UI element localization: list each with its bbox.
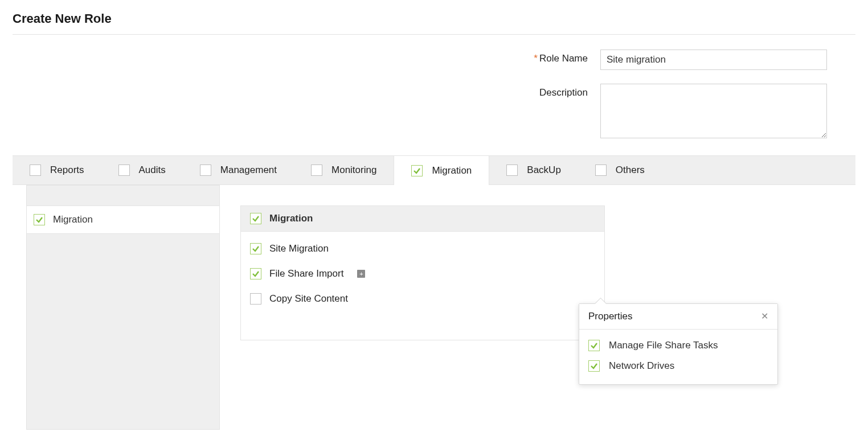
tab-label: Management bbox=[220, 164, 277, 176]
main-panel: Migration Site Migration File Share Impo… bbox=[220, 185, 855, 430]
tab-backup-checkbox[interactable] bbox=[506, 164, 518, 176]
tab-others[interactable]: Others bbox=[578, 156, 662, 184]
close-icon[interactable]: ✕ bbox=[761, 312, 768, 321]
role-name-label: *Role Name bbox=[534, 50, 600, 64]
permissions-group-checkbox[interactable] bbox=[250, 213, 261, 224]
tab-label: Others bbox=[616, 164, 645, 176]
role-name-input[interactable] bbox=[600, 50, 827, 70]
permissions-box: Migration Site Migration File Share Impo… bbox=[240, 205, 605, 340]
tabs-bar: Reports Audits Management Monitoring Mig… bbox=[13, 155, 855, 185]
popover-item-label: Manage File Share Tasks bbox=[609, 340, 718, 351]
tab-backup[interactable]: BackUp bbox=[489, 156, 578, 184]
sidebar-item-label: Migration bbox=[53, 214, 93, 225]
sidebar-item-checkbox[interactable] bbox=[34, 214, 45, 225]
popover-title: Properties bbox=[588, 311, 632, 322]
permission-label: File Share Import bbox=[269, 268, 343, 279]
tab-migration[interactable]: Migration bbox=[394, 156, 489, 185]
tab-others-checkbox[interactable] bbox=[595, 164, 607, 176]
permission-site-migration[interactable]: Site Migration bbox=[250, 236, 595, 261]
side-panel-header bbox=[27, 186, 219, 206]
popover-item-manage-file-share-tasks[interactable]: Manage File Share Tasks bbox=[588, 335, 768, 356]
tab-audits[interactable]: Audits bbox=[101, 156, 183, 184]
description-textarea[interactable] bbox=[600, 84, 827, 138]
tab-label: Audits bbox=[139, 164, 166, 176]
tab-label: Monitoring bbox=[331, 164, 376, 176]
tab-monitoring[interactable]: Monitoring bbox=[294, 156, 394, 184]
popover-item-label: Network Drives bbox=[609, 360, 674, 372]
permission-file-share-import[interactable]: File Share Import + bbox=[250, 261, 595, 286]
tab-label: BackUp bbox=[527, 164, 561, 176]
sidebar-item-migration[interactable]: Migration bbox=[27, 206, 219, 234]
properties-popover: Properties ✕ Manage File Share Tasks Net… bbox=[579, 303, 778, 385]
permissions-group-label: Migration bbox=[269, 213, 313, 224]
tab-management[interactable]: Management bbox=[183, 156, 294, 184]
popover-item-checkbox[interactable] bbox=[588, 340, 600, 351]
permission-checkbox[interactable] bbox=[250, 243, 261, 254]
side-panel: Migration bbox=[26, 185, 220, 430]
tab-management-checkbox[interactable] bbox=[200, 164, 211, 176]
divider bbox=[13, 34, 855, 35]
permission-copy-site-content[interactable]: Copy Site Content bbox=[250, 286, 595, 311]
tab-label: Reports bbox=[50, 164, 84, 176]
permissions-group-header[interactable]: Migration bbox=[241, 206, 604, 232]
tab-reports[interactable]: Reports bbox=[13, 156, 101, 184]
tab-label: Migration bbox=[432, 165, 472, 176]
permission-checkbox[interactable] bbox=[250, 293, 261, 305]
popover-item-checkbox[interactable] bbox=[588, 360, 600, 372]
page-title: Create New Role bbox=[13, 11, 855, 26]
permission-checkbox[interactable] bbox=[250, 268, 261, 279]
tab-monitoring-checkbox[interactable] bbox=[311, 164, 322, 176]
tab-migration-checkbox[interactable] bbox=[411, 165, 423, 176]
description-label: Description bbox=[539, 84, 600, 98]
popover-item-network-drives[interactable]: Network Drives bbox=[588, 356, 768, 376]
expand-icon[interactable]: + bbox=[357, 270, 365, 278]
permission-label: Site Migration bbox=[269, 243, 329, 254]
permission-label: Copy Site Content bbox=[269, 293, 348, 305]
tab-reports-checkbox[interactable] bbox=[30, 164, 41, 176]
required-asterisk: * bbox=[534, 53, 538, 64]
tab-audits-checkbox[interactable] bbox=[118, 164, 130, 176]
